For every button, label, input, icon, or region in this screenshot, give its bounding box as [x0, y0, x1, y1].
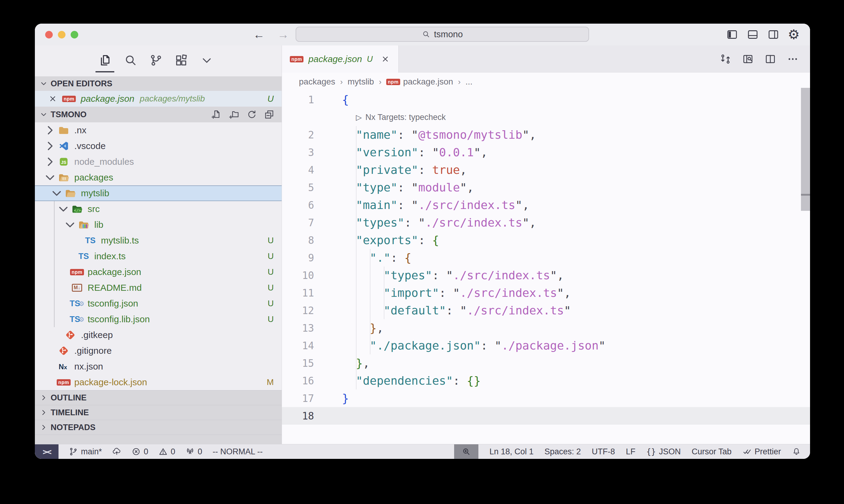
tree-item-src[interactable]: </> src — [35, 201, 282, 217]
tree-item-nx.json[interactable]: Nx nx.json — [35, 359, 282, 374]
toggle-panel-icon[interactable] — [747, 29, 759, 41]
collapse-folders-icon[interactable] — [264, 109, 274, 120]
minimize-window-button[interactable] — [58, 31, 66, 38]
code-line-3[interactable]: 3 "version": "0.0.1", — [282, 144, 810, 161]
search-in-panel-icon[interactable] — [742, 53, 754, 65]
tree-item-mytslib[interactable]: mytslib — [35, 185, 282, 201]
code-line-11[interactable]: 11 "import": "./src/index.ts", — [282, 284, 810, 302]
tree-item-.gitkeep[interactable]: .gitkeep — [35, 327, 282, 343]
scrollbar-thumb[interactable] — [801, 196, 810, 211]
chevron-right-icon[interactable] — [41, 122, 58, 138]
settings-gear-icon[interactable]: ⚙ — [788, 28, 800, 41]
status-utf-8[interactable]: UTF-8 — [592, 447, 615, 456]
toggle-primary-sidebar-icon[interactable] — [726, 29, 738, 41]
new-file-icon[interactable] — [211, 109, 222, 120]
remote-indicator[interactable]: >< — [35, 444, 58, 459]
code-line-1[interactable]: 1 { — [282, 91, 810, 108]
tree-item-index.ts[interactable]: TS index.tsU — [35, 248, 282, 264]
close-window-button[interactable] — [45, 31, 53, 38]
breadcrumb-item[interactable]: mytslib — [348, 77, 374, 87]
view-more-views-chevron[interactable] — [197, 49, 216, 72]
more-actions-icon[interactable] — [787, 53, 798, 65]
code-line-15[interactable]: 15 }, — [282, 354, 810, 372]
tree-item-.vscode[interactable]: .vscode — [35, 138, 282, 154]
refresh-explorer-icon[interactable] — [246, 109, 257, 120]
breadcrumb-item[interactable]: ... — [465, 77, 472, 87]
close-icon[interactable] — [48, 94, 57, 103]
status-ln-18-col-1[interactable]: Ln 18, Col 1 — [489, 447, 534, 456]
code-line-13[interactable]: 13 }, — [282, 319, 810, 337]
tree-item-package.json[interactable]: npm package.jsonU — [35, 264, 282, 280]
tree-item-packages[interactable]: packages — [35, 169, 282, 185]
tree-item-mytslib.ts[interactable]: TS mytslib.tsU — [35, 233, 282, 248]
back-arrow-icon[interactable]: ← — [253, 28, 265, 41]
chevron-down-icon[interactable] — [61, 217, 78, 233]
status-prettier[interactable]: Prettier — [742, 447, 781, 456]
close-tab-icon[interactable] — [381, 55, 390, 64]
tree-item-tsconfig.json[interactable]: TS⚙ tsconfig.jsonU — [35, 295, 282, 311]
codelens-nx-targets[interactable]: ▷Nx Targets: typecheck — [282, 108, 810, 126]
status-spaces-2[interactable]: Spaces: 2 — [545, 447, 581, 456]
status-normal[interactable]: -- NORMAL -- — [212, 447, 262, 456]
sidebar-section-notepads[interactable]: NOTEPADS — [35, 420, 282, 435]
zoom-button[interactable] — [454, 444, 478, 459]
split-editor-icon[interactable] — [764, 53, 776, 65]
tree-item-lib[interactable]: lib — [35, 217, 282, 233]
tree-item-node_modules[interactable]: JS node_modules — [35, 154, 282, 169]
tree-item-.gitignore[interactable]: .gitignore — [35, 343, 282, 359]
open-editor-item[interactable]: npm package.json packages/mytslib U — [35, 91, 282, 107]
command-center-search[interactable]: tsmono — [296, 26, 589, 42]
code-line-7[interactable]: 7 "types": "./src/index.ts", — [282, 214, 810, 231]
status-lf[interactable]: LF — [626, 447, 636, 456]
chevron-down-icon[interactable] — [41, 169, 58, 185]
status-bell[interactable] — [792, 447, 801, 456]
chevron-right-icon[interactable] — [41, 154, 58, 169]
open-changes-icon[interactable] — [720, 53, 731, 65]
status-main[interactable]: main* — [69, 447, 102, 456]
chevron-down-icon[interactable] — [48, 185, 65, 201]
code-line-16[interactable]: 16 "dependencies": {} — [282, 372, 810, 390]
code-line-12[interactable]: 12 "default": "./src/index.ts" — [282, 302, 810, 319]
view-source-control[interactable] — [147, 49, 165, 72]
breadcrumb-item[interactable]: npm package.json — [386, 77, 453, 87]
tree-item-.nx[interactable]: .nx — [35, 122, 282, 138]
tree-item-README.md[interactable]: M↓ README.mdU — [35, 280, 282, 295]
view-extensions[interactable] — [172, 49, 191, 72]
code-line-5[interactable]: 5 "type": "module", — [282, 179, 810, 196]
code-line-6[interactable]: 6 "main": "./src/index.ts", — [282, 196, 810, 214]
status-0[interactable]: 0 — [186, 447, 202, 456]
open-editors-header[interactable]: OPEN EDITORS — [35, 76, 282, 91]
code-line-9[interactable]: 9 ".": { — [282, 249, 810, 267]
view-search[interactable] — [121, 49, 140, 72]
sidebar-section-timeline[interactable]: TIMELINE — [35, 405, 282, 420]
zoom-window-button[interactable] — [71, 31, 78, 38]
chevron-right-icon[interactable] — [41, 138, 58, 154]
scrollbar-thumb[interactable] — [801, 88, 810, 194]
tree-item-package-lock.json[interactable]: npm package-lock.jsonM — [35, 374, 282, 390]
status-cursor-tab[interactable]: Cursor Tab — [691, 447, 731, 456]
forward-arrow-icon[interactable]: → — [277, 28, 289, 41]
status-0[interactable]: 0 — [158, 447, 175, 456]
code-line-4[interactable]: 4 "private": true, — [282, 161, 810, 179]
code-editor[interactable]: 1 {▷Nx Targets: typecheck 2 "name": "@ts… — [282, 91, 810, 444]
breadcrumb-item[interactable]: packages — [299, 77, 335, 87]
status-json[interactable]: {}JSON — [646, 447, 681, 456]
toggle-secondary-sidebar-icon[interactable] — [767, 29, 779, 41]
run-icon[interactable]: ▷ — [356, 113, 362, 122]
code-line-14[interactable]: 14 "./package.json": "./package.json" — [282, 337, 810, 354]
code-line-8[interactable]: 8 "exports": { — [282, 231, 810, 249]
view-explorer[interactable] — [96, 49, 114, 72]
folder-pkg-icon — [58, 172, 69, 183]
status-0[interactable]: 0 — [132, 447, 148, 456]
sidebar-section-outline[interactable]: OUTLINE — [35, 390, 282, 405]
explorer-section-header[interactable]: TSMONO — [35, 107, 282, 122]
status-cloud-upload[interactable] — [112, 447, 121, 456]
chevron-down-icon[interactable] — [54, 201, 71, 217]
code-line-17[interactable]: 17 } — [282, 390, 810, 407]
tab-package-json[interactable]: npm package.json U — [282, 46, 399, 73]
code-line-10[interactable]: 10 "types": "./src/index.ts", — [282, 267, 810, 284]
code-line-18[interactable]: 18 — [282, 407, 810, 425]
code-line-2[interactable]: 2 "name": "@tsmono/mytslib", — [282, 126, 810, 144]
tree-item-tsconfig.lib.json[interactable]: TS⚙ tsconfig.lib.jsonU — [35, 311, 282, 327]
new-folder-icon[interactable] — [229, 109, 239, 120]
